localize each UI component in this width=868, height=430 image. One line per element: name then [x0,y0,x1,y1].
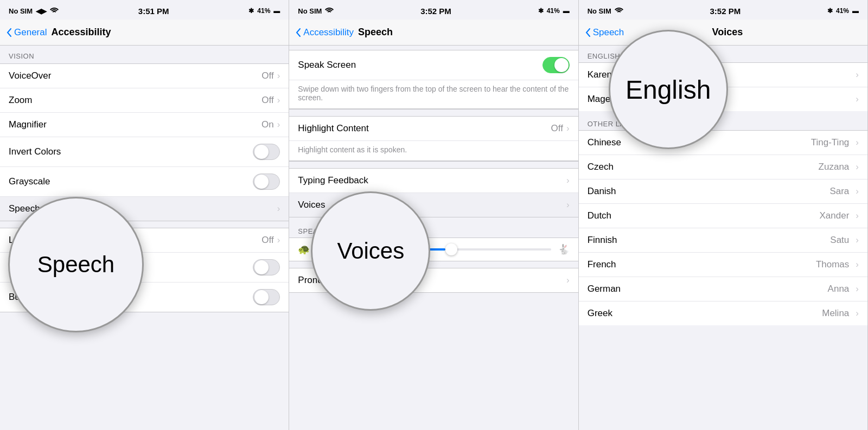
bluetooth-icon-2: ✱ [538,7,544,15]
voices-label: Voices [298,200,325,210]
voices-chinese[interactable]: Chinese Ting-Ting › [579,131,867,155]
speak-screen-group: Speak Screen Swipe down with two fingers… [289,50,578,110]
voices-magnifier: Voices [311,191,430,311]
status-right-1: ✱ 41% ▬ [248,7,280,15]
english-magnifier: English [609,30,728,149]
back-button-2[interactable]: Accessibility [296,27,354,38]
speak-screen-toggle[interactable] [542,57,570,73]
page-title-2: Speech [358,27,393,38]
wifi-signal-3 [615,7,623,15]
back-label-3: Speech [593,27,624,38]
list-item-voiceover[interactable]: VoiceOver Off › [0,64,289,88]
speak-screen-row[interactable]: Speak Screen [289,50,578,80]
highlight-value: Off [551,123,563,134]
list-item-zoom[interactable]: Zoom Off › [0,88,289,113]
chevron-icon: › [277,119,280,130]
speak-screen-label: Speak Screen [298,60,356,70]
magnify-text-1: Speech [37,252,114,278]
wifi-signal-1 [50,7,59,15]
speech-magnifier: Speech [8,197,144,332]
status-right-3: ✱ 41% ▬ [827,7,859,15]
panel-voices: No SIM 3:52 PM ✱ 41% ▬ Speech Voices ENG… [579,0,868,430]
bold-toggle[interactable] [253,259,280,275]
highlight-label: Highlight Content [298,123,368,134]
chevron-icon: › [277,235,280,246]
chevron-icon: › [856,137,859,148]
list-item-invert[interactable]: Invert Colors [0,137,289,167]
voices-dutch[interactable]: Dutch Xander › [579,204,867,228]
bluetooth-icon-1: ✱ [248,7,254,15]
voices-greek[interactable]: Greek Melina › [579,301,867,325]
page-title-1: Accessibility [51,27,111,38]
voices-finnish[interactable]: Finnish Satu › [579,228,867,253]
time-3: 3:52 PM [710,7,741,16]
other-langs-group: Chinese Ting-Ting › Czech Zuzana › Danis… [579,130,867,325]
panel-speech: No SIM 3:52 PM ✱ 41% ▬ Accessibility Spe… [289,0,578,430]
chevron-icon: › [856,94,859,105]
highlight-row[interactable]: Highlight Content Off › [289,117,578,141]
list-item-magnifier[interactable]: Magnifier On › [0,113,289,137]
chevron-icon: › [566,275,570,286]
chevron-icon: › [856,259,859,270]
status-left-2: No SIM [298,7,334,15]
magnify-text-3: English [626,75,711,105]
chevron-icon: › [277,203,280,214]
status-bar-3: No SIM 3:52 PM ✱ 41% ▬ [579,0,867,20]
battery-2: 41% [547,7,560,15]
status-left-3: No SIM [588,7,623,15]
feedback-row[interactable]: Typing Feedback › [289,169,578,193]
chevron-icon: › [566,123,570,134]
status-bar-2: No SIM 3:52 PM ✱ 41% ▬ [289,0,578,20]
panel-accessibility: No SIM ◀▶ 3:51 PM ✱ 41% ▬ General Access… [0,0,289,430]
chevron-icon: › [856,284,859,294]
back-label-2: Accessibility [303,27,354,38]
bluetooth-icon-3: ✱ [827,7,833,15]
wifi-icon-1: ◀▶ [36,7,47,15]
back-button-3[interactable]: Speech [585,27,624,38]
status-left-1: No SIM ◀▶ [9,7,59,15]
voices-czech[interactable]: Czech Zuzana › [579,155,867,179]
invert-toggle[interactable] [253,144,280,160]
voices-french[interactable]: French Thomas › [579,253,867,277]
chevron-icon: › [566,175,570,186]
slow-icon: 🐢 [298,243,310,255]
chevron-icon: › [856,210,859,221]
button-shapes-toggle[interactable] [253,289,280,305]
chevron-icon: › [856,308,859,319]
chevron-icon: › [856,69,859,80]
grayscale-toggle[interactable] [253,174,280,190]
speak-screen-desc: Swipe down with two fingers from the top… [289,80,578,109]
nav-bar-1: General Accessibility [0,20,289,46]
magnify-text-2: Voices [337,238,404,264]
fast-icon: 🐇 [558,243,570,255]
page-title-3: Voices [712,27,743,38]
chevron-icon: › [856,235,859,246]
highlight-group: Highlight Content Off › Highlight conten… [289,116,578,162]
nav-bar-2: Accessibility Speech [289,20,578,46]
back-button-1[interactable]: General [7,27,47,38]
chevron-icon: › [856,162,859,172]
time-2: 3:52 PM [420,7,451,16]
list-item-grayscale[interactable]: Grayscale [0,167,289,197]
carrier-1: No SIM [9,7,33,15]
battery-icon-2: ▬ [563,7,570,15]
vision-list: VoiceOver Off › Zoom Off › Magnifier On … [0,63,289,221]
nav-bar-3: Speech Voices [579,20,867,46]
voices-danish[interactable]: Danish Sara › [579,179,867,204]
voices-german[interactable]: German Anna › [579,277,867,301]
battery-icon-1: ▬ [273,7,280,15]
carrier-2: No SIM [298,7,322,15]
wifi-signal-2 [325,7,334,15]
vision-header: VISION [0,46,289,63]
chevron-icon: › [277,70,280,81]
carrier-3: No SIM [588,7,611,15]
time-1: 3:51 PM [138,7,169,16]
back-label-1: General [14,27,47,38]
battery-icon-3: ▬ [852,7,859,15]
battery-1: 41% [257,7,270,15]
chevron-icon: › [856,186,859,197]
chevron-icon: › [277,95,280,106]
chevron-icon: › [566,200,570,210]
battery-3: 41% [836,7,849,15]
status-bar-1: No SIM ◀▶ 3:51 PM ✱ 41% ▬ [0,0,289,20]
